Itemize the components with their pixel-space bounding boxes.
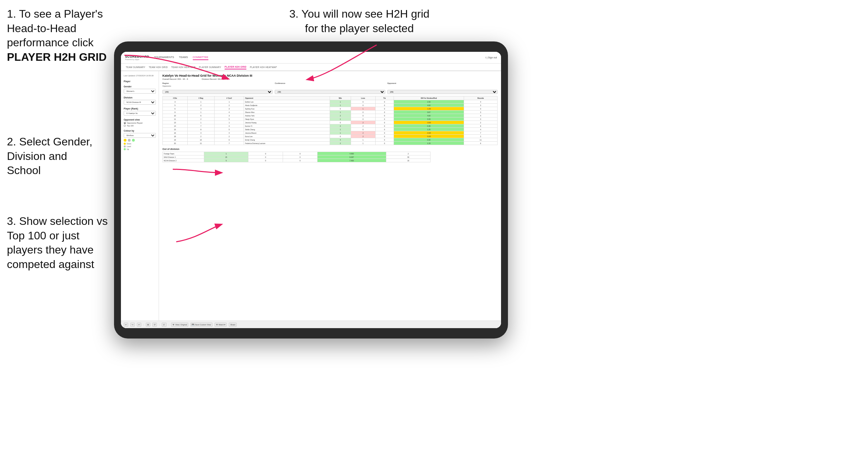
instruction-step3-top: 3. You will now see H2H grid for the pla… <box>287 7 432 36</box>
colour-select[interactable]: Win/loss <box>124 133 156 138</box>
timestamp: Last Updated: 27/03/2024 16:55:38 <box>124 75 156 77</box>
radio-top100[interactable]: Top 100 <box>124 125 156 127</box>
cell-conf: 1 <box>214 121 244 124</box>
col-conf: # Conf <box>214 96 244 100</box>
col-reg: # Reg <box>187 96 214 100</box>
player-section: Player <box>124 80 156 83</box>
clock-btn[interactable]: ⏱ <box>162 323 167 327</box>
region-select[interactable]: (All) <box>162 90 273 94</box>
ood-cell-loss: 0 <box>248 159 283 162</box>
cell-opponent: Federica Domecq Lacroze <box>244 142 330 145</box>
player-rank-select[interactable]: 8. Katelyn Vo <box>124 111 156 116</box>
cell-tie: 0 <box>375 114 394 117</box>
cell-conf: 7 <box>214 142 244 145</box>
table-row: 5 2 2 Alexis Sudjianto 1 0 0 4.00 3 <box>163 104 498 107</box>
cell-conf: 4 <box>214 111 244 114</box>
colour-dot-down <box>124 139 126 142</box>
cell-conf: 1 <box>214 100 244 104</box>
cell-loss: 1 <box>351 107 375 111</box>
sub-nav-team-summary[interactable]: TEAM SUMMARY <box>126 65 145 69</box>
colour-section: Colour by Win/loss Down <box>124 130 156 150</box>
sub-nav-player-h2h[interactable]: PLAYER H2H GRID <box>225 65 246 69</box>
logo: SCOREBOARD Powered by clippd <box>125 55 149 60</box>
ood-cell-name: NCAA Division 2 <box>163 159 204 162</box>
sidebar: Last Updated: 27/03/2024 16:55:38 Player… <box>121 71 159 328</box>
player-rank-section: Player (Rank) 8. Katelyn Vo <box>124 107 156 116</box>
radio-opponents-played[interactable]: Opponents Played <box>124 122 156 124</box>
cell-div: 5 <box>163 104 188 107</box>
share-btn[interactable]: Share <box>229 323 237 327</box>
table-row: 11 2 5 Heejo Hyun 1 0 0 3.33 3 <box>163 117 498 121</box>
cell-tie: 0 <box>375 135 394 138</box>
legend-dot-up <box>124 148 126 150</box>
cell-opponent: Alexis Sudjianto <box>244 104 330 107</box>
opponent-view-section: Opponent view Opponents Played Top 100 <box>124 118 156 127</box>
main-content: Last Updated: 27/03/2024 16:55:38 Player… <box>121 71 501 328</box>
ood-cell-diff: 9.267 <box>317 155 386 159</box>
ood-cell-win: 1 <box>204 152 248 155</box>
ood-cell-loss: 0 <box>248 155 283 159</box>
table-row: 10 6 3 Andrea York 2 0 0 4.00 4 <box>163 114 498 117</box>
sub-nav-player-summary[interactable]: PLAYER SUMMARY <box>199 65 221 69</box>
nav-tournaments[interactable]: TOURNAMENTS <box>154 55 174 60</box>
cell-loss: 0 <box>351 128 375 131</box>
cell-rounds: 3 <box>464 104 497 107</box>
ood-cell-win: 5 <box>204 159 248 162</box>
cell-rounds: 11 <box>464 138 497 142</box>
table-row: 14 7 4 Eunice Yi 2 2 0 0.38 9 <box>163 124 498 128</box>
bottom-toolbar: ↩ ↪ ↩ | ⊞ ↺ | ⏱ | 👁 View: Original <box>159 321 501 328</box>
overall-record: Overall Record: 353 - 34 - 6 <box>162 78 188 80</box>
cell-tie: 0 <box>375 121 394 124</box>
ood-cell-name: Foreign Team <box>163 152 204 155</box>
save-custom-btn[interactable]: 💾 Save Custom View <box>190 323 212 327</box>
division-select[interactable]: NCAA Division III <box>124 100 156 105</box>
cell-reg: 1 <box>187 100 214 104</box>
cell-rounds: 3 <box>464 117 497 121</box>
cell-diff: -5.00 <box>394 135 464 138</box>
cell-loss: 0 <box>351 104 375 107</box>
ood-cell-tie: 0 <box>283 152 317 155</box>
nav-bar: SCOREBOARD Powered by clippd TOURNAMENTS… <box>121 52 501 64</box>
cell-reg: 1 <box>187 121 214 124</box>
table-row: 6 3 3 Sydney Kuo 0 1 0 -1.00 3 <box>163 107 498 111</box>
filters-row: Region Opponents: (All) Conference (All) <box>162 82 498 94</box>
cell-opponent: Sharon Mun <box>244 111 330 114</box>
cell-div: 11 <box>163 117 188 121</box>
cell-opponent: Stella Cheng <box>244 128 330 131</box>
division-record: Division Record: 331 - 34 - 6 <box>202 78 228 80</box>
opponent-select[interactable]: (All) <box>387 90 498 94</box>
legend-level: Level <box>127 145 131 147</box>
cell-win: 4 <box>330 138 351 142</box>
sub-nav-team-heatmap[interactable]: TEAM H2H HEATMAP <box>171 65 195 69</box>
cell-div: 10 <box>163 114 188 117</box>
cell-loss: 0 <box>351 117 375 121</box>
h2h-title: Katelyn Vo Head-to-Head Grid for Women's… <box>162 74 498 77</box>
cell-opponent: Eunice Yi <box>244 124 330 128</box>
data-area: Katelyn Vo Head-to-Head Grid for Women's… <box>159 71 501 328</box>
colour-dots <box>124 139 156 142</box>
radio-dot-opponents <box>124 122 126 124</box>
cell-conf: 5 <box>214 128 244 131</box>
sub-nav-player-heatmap[interactable]: PLAYER H2H HEATMAP <box>250 65 277 69</box>
cell-win: 1 <box>330 117 351 121</box>
nav-teams[interactable]: TEAMS <box>179 55 188 60</box>
table-row: 15 8 5 Stella Cheng 1 0 0 1.25 4 <box>163 128 498 131</box>
cell-tie: 0 <box>375 128 394 131</box>
cell-loss: 2 <box>351 135 375 138</box>
instruction-step1: 1. To see a Player's Head-to-Head perfor… <box>7 7 117 64</box>
gender-select[interactable]: Women's <box>124 89 156 94</box>
watch-btn[interactable]: 👁 Watch ▾ <box>215 323 227 327</box>
conference-select[interactable]: (All) <box>275 90 385 94</box>
nav-committee[interactable]: COMMITTEE <box>193 55 208 60</box>
cell-reg: 8 <box>187 128 214 131</box>
table-row: 16 3 4 Jessica Mason 1 2 0 -0.94 7 <box>163 131 498 135</box>
cell-rounds: 3 <box>464 107 497 111</box>
cell-rounds: 4 <box>464 128 497 131</box>
cell-diff: -1.00 <box>394 107 464 111</box>
ood-cell-loss: 0 <box>248 152 283 155</box>
colour-dot-up <box>132 139 135 142</box>
sub-nav-team-h2h[interactable]: TEAM H2H GRID <box>149 65 168 69</box>
cell-win: 1 <box>330 104 351 107</box>
view-original-btn[interactable]: 👁 View: Original <box>171 323 188 327</box>
cell-rounds: 9 <box>464 124 497 128</box>
